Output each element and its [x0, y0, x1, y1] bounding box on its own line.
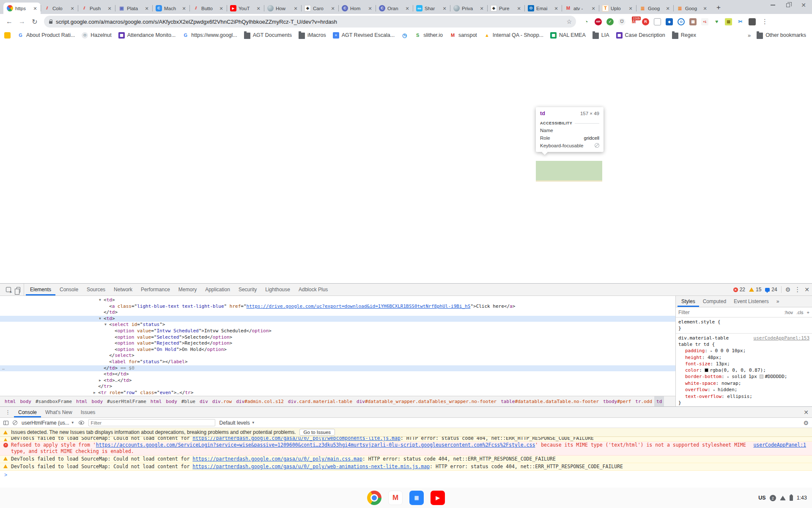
- breadcrumb-item[interactable]: html: [3, 396, 18, 406]
- bookmark-item[interactable]: ʘHazelnut: [82, 32, 111, 39]
- url-text[interactable]: script.google.com/a/macros/google.com/s/…: [56, 19, 563, 25]
- error-count[interactable]: ✕22: [733, 287, 745, 293]
- browser-tab[interactable]: OEmai✕: [524, 3, 562, 14]
- styles-tab-styles[interactable]: Styles: [678, 296, 699, 307]
- gmail-app-icon[interactable]: M: [388, 491, 403, 505]
- expand-arrow-open-icon[interactable]: ▼: [104, 322, 107, 328]
- bookmark-star-icon[interactable]: ☆: [566, 18, 572, 25]
- styles-toggle[interactable]: :hov: [784, 310, 793, 315]
- tab-close-icon[interactable]: ✕: [702, 6, 708, 11]
- dom-tree-row[interactable]: </select>: [0, 353, 675, 359]
- clear-console-icon[interactable]: [13, 420, 17, 425]
- code-link[interactable]: https://partnerdash.google.com/gasa/u/0/…: [192, 464, 430, 469]
- drawer-tab-issues[interactable]: Issues: [77, 407, 100, 417]
- bookmark-item[interactable]: AGT Documents: [244, 31, 292, 39]
- console-message[interactable]: ✕userCodeAppPanel:1Refused to apply styl…: [0, 442, 812, 456]
- devtools-settings-icon[interactable]: ⚙: [785, 286, 791, 293]
- tab-close-icon[interactable]: ✕: [218, 6, 224, 11]
- browser-tab[interactable]: Matv -✕: [562, 3, 599, 14]
- console-message[interactable]: DevTools failed to load SourceMap: Could…: [0, 456, 812, 463]
- bookmark-item[interactable]: Msanspot: [450, 32, 477, 39]
- tab-close-icon[interactable]: ✕: [516, 6, 522, 11]
- console-sidebar-icon[interactable]: [3, 421, 8, 425]
- tab-close-icon[interactable]: ✕: [590, 6, 596, 11]
- breadcrumb-item[interactable]: #userHtmlFrame: [105, 396, 148, 406]
- mail-checker-icon[interactable]: M2205: [630, 18, 637, 25]
- expand-arrow-open-icon[interactable]: ▼: [99, 297, 101, 304]
- browser-tab[interactable]: ▶YouT✕: [227, 3, 264, 14]
- tab-close-icon[interactable]: ✕: [330, 6, 336, 11]
- browser-tab[interactable]: TUplo✕: [599, 3, 636, 14]
- dom-tree-row[interactable]: ▶<tr role="row" class="even">…</tr>: [0, 390, 675, 396]
- styles-tab--[interactable]: »: [773, 296, 783, 307]
- browser-tab[interactable]: CMach✕: [152, 3, 189, 14]
- devtools-tab-adblock-plus[interactable]: Adblock Plus: [294, 284, 332, 295]
- breadcrumb-item[interactable]: body: [90, 396, 105, 406]
- styles-toggle[interactable]: .cls: [796, 310, 804, 315]
- breadcrumb-item[interactable]: html: [74, 396, 90, 406]
- tab-close-icon[interactable]: ✕: [553, 6, 559, 11]
- breadcrumb-item[interactable]: tbody#perf: [601, 396, 633, 406]
- dom-tree-row[interactable]: </td>: [0, 309, 675, 316]
- bookmark-item[interactable]: LIA: [593, 31, 609, 39]
- lock-icon[interactable]: [49, 21, 52, 24]
- tab-close-icon[interactable]: ✕: [293, 6, 299, 11]
- browser-tab[interactable]: CHom✕: [338, 3, 376, 14]
- browser-tab[interactable]: ⫽Push✕: [78, 3, 115, 14]
- dom-tree-row[interactable]: ▼<select id="status">: [0, 322, 675, 328]
- drawer-close-icon[interactable]: ✕: [804, 409, 809, 416]
- message-count[interactable]: 24: [765, 287, 777, 293]
- css-rule-line[interactable]: userCodeAppPanel:153div.material-table: [678, 335, 809, 341]
- back-icon[interactable]: ←: [4, 17, 14, 27]
- console-settings-icon[interactable]: ⚙: [803, 420, 809, 426]
- breadcrumb-item[interactable]: div: [198, 396, 210, 406]
- log-levels-dropdown[interactable]: Default levels▼: [219, 420, 255, 426]
- puzzle-icon[interactable]: [749, 18, 756, 25]
- status-tray[interactable]: US 2 1:43: [758, 488, 807, 508]
- expand-arrow-closed-icon[interactable]: ▶: [93, 390, 96, 396]
- console-prompt[interactable]: >: [0, 471, 812, 478]
- blue-o-icon[interactable]: O: [678, 18, 685, 25]
- stylesheet-link[interactable]: userCodeAppPanel:153: [754, 335, 809, 341]
- css-rule-line[interactable]: }: [678, 400, 809, 406]
- devtools-tab-performance[interactable]: Performance: [137, 284, 174, 295]
- dom-tree-row[interactable]: <label for="status"></label>: [0, 359, 675, 365]
- breadcrumb-item[interactable]: #blue: [179, 396, 198, 406]
- tab-close-icon[interactable]: ✕: [107, 6, 112, 11]
- chrome-app-icon[interactable]: [367, 491, 381, 505]
- square-outline-icon[interactable]: [654, 18, 661, 25]
- browser-tab[interactable]: https✕: [3, 3, 41, 14]
- css-rule-line[interactable]: color: rgba(0, 0, 0, 0.87);: [678, 367, 809, 373]
- bookmark-item[interactable]: [4, 32, 11, 39]
- dom-tree-row[interactable]: <option value="Rejected">Rejected</optio…: [0, 340, 675, 347]
- css-rule-line[interactable]: element.style {: [678, 319, 809, 325]
- omnibox[interactable]: script.google.com/a/macros/google.com/s/…: [44, 16, 576, 28]
- youtube-app-icon[interactable]: ▶: [431, 491, 445, 505]
- restore-icon[interactable]: [786, 3, 790, 7]
- css-rule-line[interactable]: border-bottom: ▸ solid 1px #DDDDDD;: [678, 373, 809, 380]
- browser-tab[interactable]: ≣Goog✕: [636, 3, 673, 14]
- css-rule-line[interactable]: padding: ▸ 0 0 0 10px;: [678, 348, 809, 354]
- css-rule-line[interactable]: font-size: 13px;: [678, 361, 809, 367]
- code-link[interactable]: https://partnerdash.google.com/gasa/u/0/…: [192, 456, 362, 462]
- message-source-link[interactable]: userCodeAppPanel:1: [753, 442, 806, 448]
- tab-close-icon[interactable]: ✕: [144, 6, 150, 11]
- breadcrumb-item[interactable]: table#datatable.dataTable.no-footer: [499, 396, 601, 406]
- console-message[interactable]: DevTools failed to load SourceMap: Could…: [0, 463, 812, 471]
- breadcrumb-item[interactable]: div.row: [210, 396, 234, 406]
- dom-tree-row[interactable]: ▼<td>: [0, 316, 675, 322]
- breadcrumb-item[interactable]: body: [164, 396, 179, 406]
- bookmark-item[interactable]: Ghttps://www.googl...: [182, 32, 237, 39]
- drawer-tab-console[interactable]: Console: [14, 407, 41, 417]
- live-expression-icon[interactable]: [79, 421, 84, 425]
- bookmark-item[interactable]: ▦Case Description: [616, 32, 665, 39]
- tab-close-icon[interactable]: ✕: [628, 6, 634, 11]
- bookmark-item[interactable]: ▲Internal QA - Shopp...: [484, 32, 543, 39]
- browser-tab[interactable]: ◈Caro✕: [301, 3, 338, 14]
- ghost-icon[interactable]: ᗜ: [618, 18, 625, 25]
- scissors-icon[interactable]: ✂: [737, 18, 744, 25]
- dom-tree-row[interactable]: …</td> == $0: [0, 365, 675, 372]
- tab-close-icon[interactable]: ✕: [479, 6, 485, 11]
- new-tab-button[interactable]: +: [713, 2, 724, 13]
- dom-tree-row[interactable]: <a class="light-blue-text text-light-blu…: [0, 304, 675, 310]
